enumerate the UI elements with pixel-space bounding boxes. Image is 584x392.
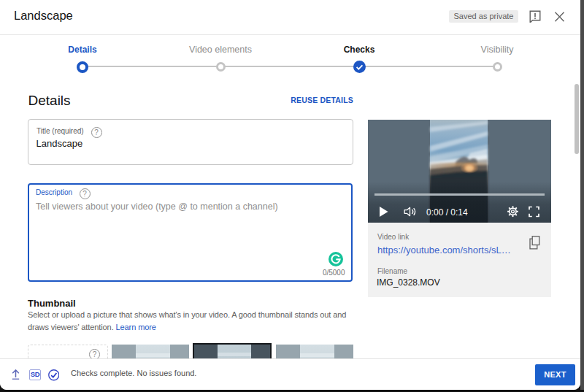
svg-text:0:00 / 0:14: 0:00 / 0:14 — [426, 207, 468, 218]
